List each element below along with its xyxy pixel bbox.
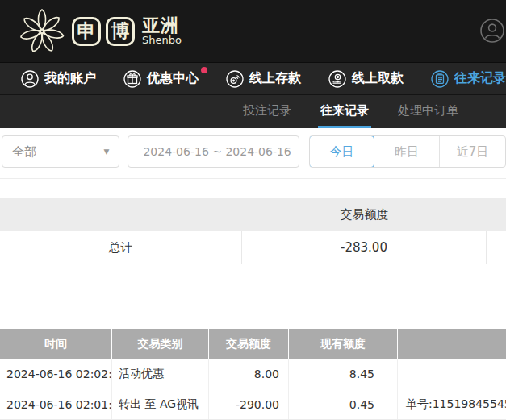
nav-label: 往来记录	[454, 70, 506, 87]
brand-name-en: Shenbo	[142, 35, 182, 46]
col-header-note	[398, 329, 506, 359]
gift-icon	[123, 70, 141, 88]
cell-time: 2024-06-16 02:01:34	[0, 389, 112, 419]
brand-char-2: 博	[106, 17, 135, 46]
record-tabs: 投注记录 往来记录 处理中订单	[0, 94, 506, 128]
cell-type: 活动优惠	[112, 359, 209, 389]
cell-balance: 8.45	[289, 359, 398, 389]
table-row: 2024-06-16 02:01:34 转出 至 AG视讯 -290.00 0.…	[0, 389, 506, 420]
cell-amount: -290.00	[209, 389, 289, 419]
nav-item-records[interactable]: 往来记录	[431, 70, 506, 88]
summary-total-label: 总计	[0, 231, 242, 264]
tab-transaction-records[interactable]: 往来记录	[318, 95, 371, 128]
col-header-time: 时间	[0, 329, 112, 359]
nav-label: 线上取款	[352, 70, 404, 87]
col-header-type: 交易类别	[112, 329, 209, 359]
cell-balance: 0.45	[289, 389, 398, 419]
spacer	[0, 179, 506, 198]
summary-total-value: -283.00	[242, 231, 487, 264]
quick-range-7days[interactable]: 近7日	[440, 136, 505, 167]
type-select-value: 全部	[12, 144, 36, 160]
records-icon	[431, 70, 449, 88]
quick-range-yesterday[interactable]: 昨日	[374, 136, 440, 167]
col-header-balance: 现有额度	[289, 329, 398, 359]
tab-processing-orders[interactable]: 处理中订单	[395, 95, 461, 128]
nav-label: 我的账户	[44, 70, 96, 87]
top-brand-bar: 申 博 亚洲 Shenbo	[0, 0, 506, 63]
deposit-icon	[226, 70, 244, 88]
cell-time: 2024-06-16 02:02:45	[0, 359, 112, 389]
account-avatar-icon[interactable]	[479, 18, 505, 44]
nav-item-my-account[interactable]: 我的账户	[21, 70, 96, 88]
nav-item-promotions[interactable]: 优惠中心	[123, 70, 199, 88]
nav-item-withdraw[interactable]: 线上取款	[328, 70, 404, 88]
nav-label: 优惠中心	[147, 70, 199, 87]
quick-range-group: 今日 昨日 近7日	[309, 135, 506, 168]
flower-logo-icon	[18, 7, 66, 56]
tab-betting-records[interactable]: 投注记录	[240, 95, 294, 128]
page: 申 博 亚洲 Shenbo 我的账户	[0, 0, 506, 420]
cell-type: 转出 至 AG视讯	[112, 389, 209, 419]
nav-item-deposit[interactable]: 线上存款	[226, 70, 301, 88]
withdraw-icon	[328, 70, 346, 88]
col-header-amount: 交易额度	[209, 329, 289, 359]
cell-amount: 8.00	[209, 359, 289, 389]
summary-amount-header: 交易额度	[242, 207, 487, 222]
summary-header-row: 交易额度	[0, 198, 506, 231]
cell-note: 单号:115198455450	[398, 389, 506, 419]
cell-note	[398, 359, 506, 389]
brand-logo[interactable]: 申 博 亚洲 Shenbo	[18, 7, 182, 56]
table-header-row: 时间 交易类别 交易额度 现有额度	[0, 329, 506, 359]
date-range-input[interactable]: 2024-06-16 ~ 2024-06-16	[128, 135, 299, 168]
quick-range-today[interactable]: 今日	[309, 135, 374, 168]
main-nav: 我的账户 优惠中心 线上存款	[0, 63, 506, 94]
summary-total-row: 总计 -283.00	[0, 231, 506, 264]
date-range-value: 2024-06-16 ~ 2024-06-16	[143, 145, 291, 158]
notification-dot	[201, 67, 207, 73]
type-select[interactable]: 全部 ▼	[2, 135, 119, 168]
filter-bar: 全部 ▼ 2024-06-16 ~ 2024-06-16 今日 昨日 近7日	[0, 128, 506, 179]
brand-char-1: 申	[72, 17, 101, 46]
user-icon	[21, 70, 39, 88]
spacer	[0, 264, 506, 329]
chevron-down-icon: ▼	[104, 148, 110, 156]
brand-region: 亚洲	[142, 16, 182, 35]
nav-label: 线上存款	[249, 70, 301, 87]
table-row: 2024-06-16 02:02:45 活动优惠 8.00 8.45	[0, 359, 506, 389]
